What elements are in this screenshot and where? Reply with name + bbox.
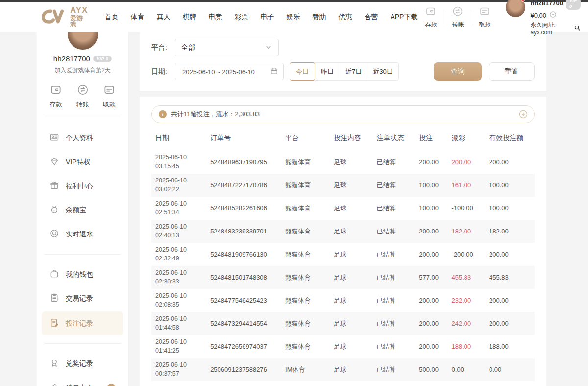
quick-range-yesterday[interactable]: 昨日 xyxy=(315,62,340,81)
cell-order: 2506091237588276 xyxy=(206,358,281,381)
sidebar-item-rebate[interactable]: 实时返水 xyxy=(37,222,128,246)
avatar[interactable] xyxy=(506,0,525,17)
cell-bet: 200.00 xyxy=(415,151,447,174)
col-header-payout: 派彩 xyxy=(448,129,485,151)
quick-range-today[interactable]: 今日 xyxy=(290,62,315,81)
cell-bet: 200.00 xyxy=(415,220,447,243)
table-row: 2025-06-1001:41:255248472656974037熊猫体育足球… xyxy=(151,335,535,358)
cell-content: 足球 xyxy=(330,197,373,220)
sidebar-menu: 个人资料 VIP特权 福利中心 余额宝 实时返水 xyxy=(37,125,128,386)
cell-date: 2025-06-1002:30:33 xyxy=(151,266,206,289)
sidebar-withdraw-button[interactable]: 取款 xyxy=(103,83,116,109)
sidebar-item-label: 兑奖记录 xyxy=(66,360,93,368)
gift-icon xyxy=(49,180,59,192)
cell-content: 足球 xyxy=(330,220,373,243)
sidebar-item-label: 消息中心 xyxy=(66,384,93,386)
piggy-bank-icon xyxy=(49,205,59,216)
cell-platform: 熊猫体育 xyxy=(281,174,330,197)
cell-bet: 200.00 xyxy=(415,312,447,335)
cell-payout: 200.00 xyxy=(448,151,485,174)
search-button[interactable]: 查询 xyxy=(434,62,482,81)
cell-platform: 熊猫体育 xyxy=(281,335,330,358)
nav-item-esports[interactable]: 电竞 xyxy=(208,13,222,22)
cell-status: 已结算 xyxy=(373,335,416,358)
sidebar-transfer-button[interactable]: 转账 xyxy=(76,83,89,109)
table-row: 2025-06-1003:02:225248487227170786熊猫体育足球… xyxy=(151,174,535,197)
header: AYX 爱游戏 首页 体育 真人 棋牌 电竞 彩票 电子 娱乐 赞助 优惠 合营… xyxy=(0,2,588,32)
brand-logo[interactable]: AYX 爱游戏 xyxy=(41,6,88,28)
brand-name-cn: 爱游戏 xyxy=(70,15,88,28)
balance-refresh-icon[interactable] xyxy=(549,11,557,21)
nav-item-sports[interactable]: 体育 xyxy=(130,13,144,22)
nav-item-home[interactable]: 首页 xyxy=(104,13,118,22)
bet-records-panel: i 共计11笔投注，流水：2,303.83 日期 订单号 平台 投注内容 注单状… xyxy=(140,97,546,386)
cell-payout: 232.00 xyxy=(448,289,485,312)
vip-badge: VIP 0 xyxy=(566,0,581,10)
sidebar-item-label: 个人资料 xyxy=(66,134,93,143)
cell-valid: 200.00 xyxy=(485,151,535,174)
cell-platform: 熊猫体育 xyxy=(281,197,330,220)
col-header-valid: 有效投注额 xyxy=(485,129,535,151)
table-row: 2025-06-1002:40:135248483239339701熊猫体育足球… xyxy=(151,220,535,243)
sidebar-item-welfare[interactable]: 福利中心 xyxy=(37,174,128,198)
nav-item-app-download[interactable]: APP下载 xyxy=(390,13,417,22)
table-row: 2025-06-1002:08:355248477546425423熊猫体育足球… xyxy=(151,289,535,312)
sidebar-item-yuebao[interactable]: 余额宝 xyxy=(37,198,128,222)
cell-platform: 熊猫体育 xyxy=(281,312,330,335)
nav-item-slots[interactable]: 电子 xyxy=(260,13,274,22)
table-row: 2025-06-1002:32:495248481909766130熊猫体育足球… xyxy=(151,243,535,266)
sidebar-item-bet-records[interactable]: 投注记录 xyxy=(42,311,123,335)
sidebar-item-profile[interactable]: 个人资料 xyxy=(37,126,128,150)
cell-payout: 182.00 xyxy=(448,220,485,243)
col-header-status: 注单状态 xyxy=(373,129,416,151)
nav-item-promo[interactable]: 优惠 xyxy=(338,13,352,22)
subtotal-payout: 1360.83 xyxy=(448,381,485,386)
expand-circle-icon[interactable] xyxy=(518,109,528,119)
date-range-input[interactable]: 2025-06-10 ~ 2025-06-10 xyxy=(175,63,284,80)
deposit-button[interactable]: 存款 xyxy=(417,5,444,29)
username: hh2817700 xyxy=(530,0,563,8)
nav-item-cards[interactable]: 棋牌 xyxy=(182,13,196,22)
platform-select[interactable]: 全部 xyxy=(175,39,279,56)
deposit-label: 存款 xyxy=(425,21,437,29)
cell-date: 2025-06-1001:44:58 xyxy=(151,312,206,335)
subtotal-content: —— xyxy=(330,381,373,386)
nav-item-sponsor[interactable]: 赞助 xyxy=(312,13,326,22)
sidebar-deposit-button[interactable]: 存款 xyxy=(49,83,62,109)
cell-content: 足球 xyxy=(330,243,373,266)
main-content: 平台: 全部 日期: 2025-06-10 ~ 2025-06-10 今日 昨日… xyxy=(140,32,546,386)
withdraw-button[interactable]: 取款 xyxy=(471,5,498,29)
cell-date: 2025-06-1000:37:57 xyxy=(151,358,206,381)
nav-item-lottery[interactable]: 彩票 xyxy=(234,13,248,22)
cell-date: 2025-06-1003:02:22 xyxy=(151,174,206,197)
sidebar-item-label: 交易记录 xyxy=(66,294,93,303)
table-row: 2025-06-1002:51:345248485282261606熊猫体育足球… xyxy=(151,197,535,220)
cell-date: 2025-06-1002:08:35 xyxy=(151,289,206,312)
cell-payout: 161.00 xyxy=(448,174,485,197)
search-icon[interactable] xyxy=(574,24,581,34)
quick-range-7days[interactable]: 近7日 xyxy=(340,62,368,81)
table-body: 2025-06-1003:15:455248489637190795熊猫体育足球… xyxy=(151,151,535,381)
sidebar-item-redeem[interactable]: 兑奖记录 xyxy=(37,352,128,376)
reset-button[interactable]: 重置 xyxy=(489,62,535,81)
divider xyxy=(45,343,121,344)
sidebar-item-vip[interactable]: VIP特权 xyxy=(37,150,128,174)
calendar-icon xyxy=(270,67,278,77)
cell-status: 已结算 xyxy=(373,151,416,174)
nav-item-affiliate[interactable]: 合营 xyxy=(364,13,378,22)
cell-payout: 0.00 xyxy=(448,358,485,381)
sidebar-item-wallet[interactable]: 我的钱包 xyxy=(37,262,128,286)
cell-content: 足球 xyxy=(330,289,373,312)
sidebar-item-label: 余额宝 xyxy=(66,206,86,215)
subtotal-label: 小计 xyxy=(151,381,206,386)
nav-item-live[interactable]: 真人 xyxy=(156,13,170,22)
sidebar-item-transactions[interactable]: 交易记录 xyxy=(37,286,128,310)
nav-item-entertainment[interactable]: 娱乐 xyxy=(286,13,300,22)
cell-bet: 100.00 xyxy=(415,174,447,197)
cell-status: 已结算 xyxy=(373,358,416,381)
quick-range-30days[interactable]: 近30日 xyxy=(367,62,398,81)
cell-content: 足球 xyxy=(330,335,373,358)
transfer-button[interactable]: 转账 xyxy=(444,5,471,29)
summary-bar: i 共计11笔投注，流水：2,303.83 xyxy=(151,105,535,123)
sidebar-item-messages[interactable]: 消息中心 9 xyxy=(37,376,128,386)
